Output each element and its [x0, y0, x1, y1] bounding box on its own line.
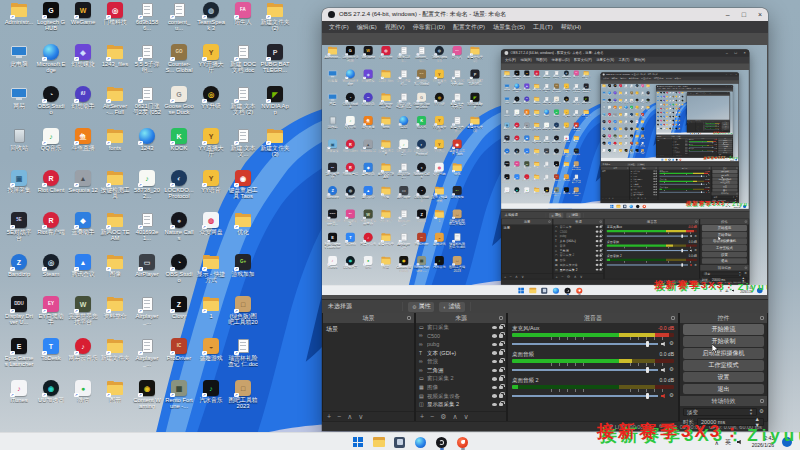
desktop-icon[interactable]: ↗资料整合	[100, 296, 130, 319]
desktop-icon[interactable]: 此电脑	[4, 44, 34, 67]
desktop-icon[interactable]: ◈↗幻想螺旋	[68, 44, 98, 67]
desktop-icon[interactable]: ▲↗Sequoia 12	[68, 170, 98, 193]
desktop-icon[interactable]: 5E↗5E对战平台	[4, 212, 34, 241]
desktop-icon[interactable]: Y↗YY语音	[196, 170, 226, 193]
desktop-icon[interactable]: ↗1243_files	[100, 44, 130, 67]
channel-gear-icon[interactable]: ⚙	[669, 341, 674, 347]
lock-icon[interactable]	[499, 360, 503, 364]
desktop-icon[interactable]: ↗Airplayer_...	[132, 296, 162, 325]
desktop-icon[interactable]: ↗5 5 5子弹 组...	[132, 44, 162, 73]
desktop-icon[interactable]: ♪↗QQ音乐	[36, 128, 66, 151]
visibility-eye-icon[interactable]	[492, 343, 497, 347]
source-row[interactable]: ∞pubg	[416, 340, 506, 349]
source-row[interactable]: ▦图像	[416, 383, 506, 392]
properties-button[interactable]: ⚙属性	[408, 302, 434, 312]
lock-icon[interactable]	[499, 326, 503, 330]
desktop-icon[interactable]: ↗Administr...	[4, 2, 34, 25]
desktop-icon[interactable]: ◍↗众安网盘	[196, 212, 226, 235]
control-button-5[interactable]: 退出	[683, 384, 764, 395]
desktop-icon[interactable]: ↗按键检测工具	[100, 170, 130, 199]
control-button-4[interactable]: 设置	[683, 372, 764, 383]
source-row[interactable]: ▭窗口采集	[416, 323, 506, 332]
toolbar-button[interactable]: ⚙	[440, 413, 446, 421]
toolbar-button[interactable]: +	[420, 413, 424, 420]
toolbar-button[interactable]: ∧	[347, 413, 352, 421]
desktop-icon[interactable]: ◉↗UU加速器	[36, 380, 66, 403]
mixer-dock-header[interactable]: 混音器	[508, 313, 678, 323]
desktop-icon[interactable]: 网易	[4, 86, 34, 109]
desktop-icon[interactable]: ◍↗TeamSpeak 3	[196, 2, 226, 31]
control-button-1[interactable]: 开始录制	[683, 336, 764, 347]
desktop-icon[interactable]: ↗显示 - 快捷方式	[196, 254, 226, 283]
desktop-icon[interactable]: W↗完美世界竞技平台	[68, 296, 98, 325]
desktop-icon[interactable]: ↗新建文件夹 (3)	[260, 128, 290, 157]
minimize-button[interactable]: –	[726, 11, 730, 18]
desktop-icon[interactable]: G+↗游戏加加	[228, 254, 258, 277]
control-button-2[interactable]: 启动虚拟摄像机	[683, 348, 764, 359]
sources-dock-header[interactable]: 来源	[416, 313, 506, 323]
speaker-icon[interactable]	[661, 368, 666, 373]
desktop-icon[interactable]: ◔↗OBS Studio	[164, 254, 194, 283]
lock-icon[interactable]	[499, 377, 503, 381]
scenes-dock-header[interactable]: 场景	[323, 313, 414, 323]
menu-item[interactable]: 文件(F)	[325, 23, 353, 32]
volume-slider[interactable]	[512, 343, 658, 345]
obs-titlebar[interactable]: OBS 27.2.4 (64-bit, windows) - 配置文件: 未命名…	[322, 8, 768, 21]
visibility-eye-icon[interactable]	[492, 394, 497, 398]
source-row[interactable]: ∞三角洲	[416, 366, 506, 375]
desktop-icon[interactable]: 回收站	[4, 128, 34, 151]
taskbar-store[interactable]	[394, 436, 406, 448]
desktop-icon[interactable]: □↗(绿色版)图吧工具箱202..	[228, 296, 258, 325]
lock-icon[interactable]	[499, 403, 503, 407]
menu-item[interactable]: 配置文件(P)	[449, 23, 489, 32]
desktop-icon[interactable]: □↗图吧工具箱 2023	[228, 380, 258, 409]
desktop-icon[interactable]: W↗WeGame	[68, 2, 98, 25]
desktop-icon[interactable]: P↗PUBG BATTLEGR...	[260, 44, 290, 73]
sources-list[interactable]: ▭窗口采集∞C500∞pubgT文本 (GDI+)∞音浪∞三角洲▭窗口采集 2▦…	[416, 323, 506, 411]
toolbar-button[interactable]: ∨	[464, 413, 469, 421]
desktop-icon[interactable]: ↗Microsoft Edge	[36, 44, 66, 73]
desktop-icon[interactable]: ◎↗Steam	[36, 254, 66, 277]
scenes-toolbar[interactable]: +−∧∨	[323, 411, 414, 421]
desktop-icon[interactable]: ↗新建 文本文档 (2)	[228, 86, 258, 115]
visibility-eye-icon[interactable]	[492, 360, 497, 364]
source-row[interactable]: ∞音浪	[416, 357, 506, 366]
desktop-icon[interactable]: ♪↗汽水音乐	[196, 380, 226, 403]
desktop-icon[interactable]: ▦↗Rento Fortune -...	[164, 380, 194, 409]
desktop-icon[interactable]: ↗1	[196, 296, 226, 319]
desktop-icon[interactable]: E↗Epic Games Launcher	[4, 338, 34, 367]
desktop-icon[interactable]: ◉↗Content Warning	[132, 380, 162, 409]
desktop-icon[interactable]: ↗0621门涨号2发 (0528)	[132, 86, 162, 115]
taskbar-obs[interactable]	[436, 436, 448, 448]
desktop-icon[interactable]: ↗6d9b1586...	[132, 2, 162, 31]
speaker-muted-icon[interactable]	[661, 394, 666, 399]
source-row[interactable]: ▭窗口采集 2	[416, 375, 506, 384]
visibility-eye-icon[interactable]	[492, 369, 497, 373]
maximize-button[interactable]: □	[742, 11, 746, 18]
desktop-icon[interactable]: ↗新建文件夹	[100, 338, 130, 361]
lock-icon[interactable]	[499, 343, 503, 347]
desktop-icon[interactable]: ◐↗LOCKDO... Protocol	[164, 170, 194, 199]
volume-slider[interactable]	[512, 369, 658, 371]
desktop-icon[interactable]: ↗fonts	[100, 128, 130, 151]
visibility-eye-icon[interactable]	[492, 386, 497, 390]
transition-select[interactable]: 淡变▲▼	[683, 408, 757, 417]
source-row[interactable]: ∞C500	[416, 332, 506, 341]
desktop-icon[interactable]: R↗Riot Client	[36, 170, 66, 193]
desktop-icon[interactable]: ↗401693e1...	[132, 212, 162, 241]
filters-button[interactable]: ◐滤镜	[439, 302, 464, 312]
toolbar-button[interactable]: −	[337, 413, 341, 420]
menu-item[interactable]: 工具(T)	[529, 23, 557, 32]
taskbar-app-red[interactable]	[457, 436, 469, 448]
desktop-icon[interactable]: IC↗ProDriver	[164, 338, 194, 361]
transitions-dock-header[interactable]: 转场特效	[680, 396, 767, 406]
desktop-icon[interactable]: FA↗陌生人	[228, 2, 258, 25]
desktop-icon[interactable]: ◆↗蓝叠助手	[68, 212, 98, 235]
desktop-icon[interactable]: Y↗YY直播大厅	[196, 128, 226, 157]
desktop-icon[interactable]: G↗Goose Goose Duck	[164, 86, 194, 115]
source-row[interactable]: T文本 (GDI+)	[416, 349, 506, 358]
visibility-eye-icon[interactable]	[492, 326, 497, 330]
visibility-eye-icon[interactable]	[492, 334, 497, 338]
desktop-icon[interactable]: ↗瑞雷杯礼险查记 仁.docx	[228, 338, 258, 367]
desktop-icon[interactable]: R↗Riot客户端	[36, 212, 66, 235]
